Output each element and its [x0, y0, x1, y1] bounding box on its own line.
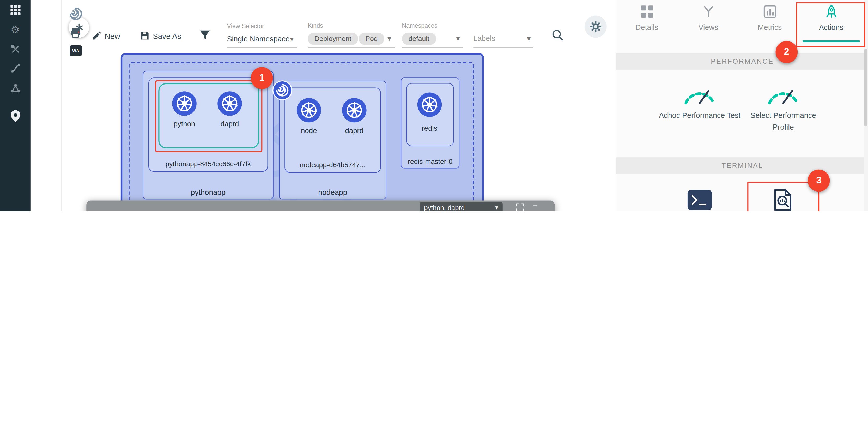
chevron-down-icon[interactable]: ▾ — [527, 34, 531, 43]
container-selector-dropdown[interactable]: python, daprd ▾ — [420, 202, 502, 211]
settings-gears-icon[interactable]: ⚙ — [0, 24, 31, 35]
container-redis[interactable] — [417, 92, 442, 120]
badge-number: 2 — [784, 47, 789, 57]
location-pin-icon[interactable] — [0, 110, 31, 123]
fullscreen-icon[interactable] — [516, 203, 524, 211]
terminal-header[interactable]: python, daprd ▾ − — [86, 201, 555, 211]
view-selector-underline — [227, 47, 297, 48]
log-terminal-panel: python, daprd ▾ − log:pythonapp-8454cc66… — [86, 201, 555, 211]
container-node[interactable] — [296, 97, 322, 125]
bar-chart-icon — [763, 4, 777, 19]
tab-views[interactable]: Views — [678, 4, 739, 40]
app-window: ⚙ › ? v0.787 WA › New — [0, 0, 868, 211]
annotation-rect-1 — [155, 80, 262, 152]
container-label: daprd — [332, 126, 376, 135]
section-header-performance: PERFORMANCE — [616, 53, 868, 70]
grid-icon — [640, 4, 654, 19]
mesh-icon[interactable] — [0, 83, 31, 94]
curve-connection-icon[interactable] — [0, 63, 31, 73]
kind-chip-pod[interactable]: Pod — [359, 33, 384, 45]
chevron-down-icon[interactable]: ▾ — [388, 34, 391, 43]
annotation-badge-2: 2 — [775, 41, 798, 63]
chevron-down-icon: ▾ — [495, 204, 498, 211]
kubernetes-icon — [296, 97, 322, 123]
save-as-button[interactable]: Save As — [153, 32, 181, 40]
adapter-printer-icon[interactable] — [70, 28, 81, 40]
chevron-down-icon[interactable]: ▾ — [290, 35, 294, 43]
view-selector-select[interactable]: Single Namespace — [227, 35, 290, 43]
new-pencil-icon[interactable] — [92, 31, 101, 43]
extensions-rail: WA › — [31, 0, 62, 211]
minimize-icon[interactable]: − — [532, 201, 538, 211]
kind-chip-deployment[interactable]: Deployment — [308, 33, 358, 45]
apps-grid-icon[interactable] — [0, 4, 31, 16]
container-label: node — [287, 126, 331, 135]
search-icon[interactable] — [552, 29, 564, 43]
section-header-terminal: TERMINAL — [616, 157, 868, 174]
labels-underline — [473, 47, 533, 48]
save-as-icon[interactable] — [140, 31, 149, 43]
kinds-underline — [308, 47, 395, 48]
panel-scrollbar-thumb[interactable] — [864, 49, 867, 126]
annotation-rect-3 — [747, 182, 819, 211]
annotation-badge-3: 3 — [808, 170, 830, 192]
new-button[interactable]: New — [104, 32, 120, 40]
tab-metrics[interactable]: Metrics — [739, 4, 801, 40]
left-nav-rail: ⚙ › ? v0.787 — [0, 0, 31, 211]
deployment-label: pythonapp — [144, 188, 273, 197]
pod-label: nodeapp-d64b5747... — [285, 161, 380, 169]
tab-label: Views — [678, 23, 739, 32]
tab-details[interactable]: Details — [616, 4, 678, 40]
settings-gear-button[interactable] — [585, 16, 607, 37]
namespaces-underline — [402, 47, 463, 48]
kubernetes-icon — [342, 97, 367, 123]
badge-number: 3 — [816, 175, 821, 186]
chevron-down-icon[interactable]: ▾ — [456, 34, 460, 43]
kinds-label: Kinds — [308, 22, 323, 29]
tools-icon[interactable] — [0, 44, 31, 54]
action-adhoc-performance-test[interactable]: Adhoc Performance Test — [658, 110, 741, 121]
annotation-rect-2 — [796, 2, 865, 47]
action-select-performance-profile[interactable]: Select Performance Profile — [742, 110, 825, 133]
badge-number: 1 — [259, 72, 265, 84]
namespaces-label: Namespaces — [402, 22, 437, 29]
pod-label: pythonapp-8454cc66c-4f7fk — [149, 160, 267, 168]
view-selector-label: View Selector — [227, 23, 264, 29]
tab-label: Details — [616, 23, 678, 32]
gear-glyph: ⚙ — [11, 24, 20, 35]
pod-label: redis-master-0 — [401, 158, 459, 166]
container-label: redis — [407, 124, 452, 132]
deployment-label: nodeapp — [280, 188, 386, 197]
filter-funnel-icon[interactable] — [199, 29, 210, 43]
annotation-badge-1: 1 — [251, 67, 273, 89]
gauge-icon — [765, 81, 802, 109]
terminal-prompt-icon — [687, 189, 713, 211]
labels-select[interactable]: Labels — [473, 34, 495, 43]
container-selector-value: python, daprd — [424, 204, 465, 211]
gauge-icon — [682, 81, 718, 109]
views-y-icon — [701, 4, 715, 19]
meshsync-spiral-icon[interactable] — [67, 5, 84, 24]
namespace-chip-default[interactable]: default — [402, 33, 436, 45]
wasm-badge-label: WA — [72, 48, 80, 53]
container-daprd-nodeapp[interactable] — [342, 97, 367, 125]
wasm-badge[interactable]: WA — [70, 46, 82, 56]
gear-icon — [590, 21, 602, 33]
tab-label: Metrics — [739, 23, 801, 32]
kubernetes-icon — [417, 92, 442, 117]
dapr-sidecar-icon[interactable] — [273, 80, 292, 102]
minus-glyph: − — [532, 201, 538, 211]
